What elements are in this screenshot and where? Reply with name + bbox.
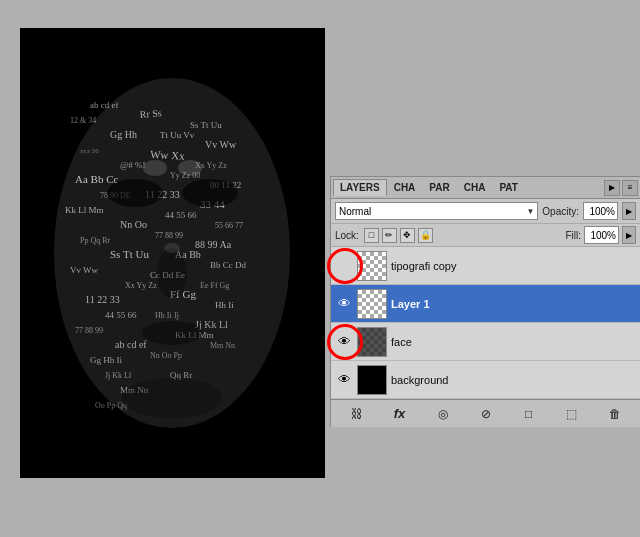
- fill-label: Fill:: [565, 230, 581, 241]
- blend-mode-arrow: ▼: [526, 207, 534, 216]
- eye-icon-face[interactable]: 👁: [335, 333, 353, 351]
- svg-text:88 99 Aa: 88 99 Aa: [195, 239, 232, 250]
- svg-text:@# %!: @# %!: [120, 160, 146, 170]
- tab-scroll-right[interactable]: ▶: [604, 180, 620, 196]
- svg-text:Vv Ww: Vv Ww: [70, 265, 99, 275]
- svg-text:Hh Ii: Hh Ii: [215, 300, 234, 310]
- svg-text:44 55 66: 44 55 66: [165, 210, 197, 220]
- new-layer-button[interactable]: ⬚: [561, 404, 583, 424]
- eye-icon-tipografi-copy[interactable]: [335, 257, 353, 275]
- opacity-value[interactable]: 100%: [583, 202, 618, 220]
- svg-text:Tt Uu Vv: Tt Uu Vv: [160, 130, 195, 140]
- tab-bar: LAYERS CHA PAR CHA PAT ▶ ≡: [331, 177, 640, 199]
- layer-name-tipografi-copy: tipografi copy: [391, 260, 636, 272]
- lock-transparent-icon[interactable]: □: [364, 228, 379, 243]
- svg-text:Ww Xx: Ww Xx: [150, 148, 186, 162]
- svg-point-55: [178, 160, 202, 176]
- svg-text:Jj Kk Ll: Jj Kk Ll: [105, 371, 132, 380]
- fill-arrow[interactable]: ▶: [622, 226, 636, 244]
- svg-text:Ss Tt Uu: Ss Tt Uu: [190, 120, 222, 130]
- svg-text:xyz 56: xyz 56: [80, 147, 99, 155]
- opacity-arrow[interactable]: ▶: [622, 202, 636, 220]
- blend-mode-value: Normal: [339, 206, 371, 217]
- layer-thumb-tipografi-copy: [357, 251, 387, 281]
- fill-value[interactable]: 100%: [584, 226, 619, 244]
- bottom-toolbar: ⛓ fx ◎ ⊘ □ ⬚ 🗑: [331, 399, 640, 427]
- svg-text:Ee Ff Gg: Ee Ff Gg: [200, 281, 229, 290]
- svg-text:Jj Kk Ll: Jj Kk Ll: [195, 319, 228, 330]
- svg-text:11 22 33: 11 22 33: [85, 294, 120, 305]
- opacity-label: Opacity:: [542, 206, 579, 217]
- svg-text:Nn Oo Pp: Nn Oo Pp: [150, 351, 182, 360]
- lock-label: Lock:: [335, 230, 359, 241]
- svg-point-49: [107, 179, 163, 207]
- layer-thumb-layer1: [357, 289, 387, 319]
- svg-point-54: [143, 160, 167, 176]
- svg-point-51: [157, 248, 187, 298]
- add-mask-button[interactable]: ◎: [432, 404, 454, 424]
- blend-mode-select[interactable]: Normal ▼: [335, 202, 538, 220]
- svg-text:Nn Oo: Nn Oo: [120, 219, 147, 230]
- svg-text:Ss Tt Uu: Ss Tt Uu: [110, 248, 149, 260]
- svg-point-50: [182, 179, 238, 207]
- svg-text:ab cd ef: ab cd ef: [115, 339, 147, 350]
- eye-icon-layer1[interactable]: 👁: [335, 295, 353, 313]
- lock-image-icon[interactable]: ✏: [382, 228, 397, 243]
- face-artwork: ab cd ef 12 & 34 Gg Hh xyz 56 @# %! Aa B…: [20, 28, 325, 478]
- layer-name-face: face: [391, 336, 636, 348]
- svg-text:55 66 77: 55 66 77: [215, 221, 243, 230]
- svg-text:Kk Ll Mm: Kk Ll Mm: [65, 205, 104, 215]
- svg-text:Pp Qq Rr: Pp Qq Rr: [80, 236, 111, 245]
- svg-text:ab cd ef: ab cd ef: [90, 100, 118, 110]
- layer-thumb-background: [357, 365, 387, 395]
- svg-text:77 88 99: 77 88 99: [75, 326, 103, 335]
- svg-text:Bb Cc Dd: Bb Cc Dd: [210, 260, 247, 270]
- svg-text:Vv Ww: Vv Ww: [205, 139, 237, 150]
- layer-name-layer1: Layer 1: [391, 298, 636, 310]
- svg-point-56: [164, 243, 180, 253]
- svg-text:Aa Bb Cc: Aa Bb Cc: [75, 173, 119, 185]
- layer-row-layer1[interactable]: 👁 Layer 1: [331, 285, 640, 323]
- layer-name-background: background: [391, 374, 636, 386]
- tab-par[interactable]: PAR: [422, 179, 456, 196]
- delete-layer-button[interactable]: 🗑: [604, 404, 626, 424]
- adjustment-button[interactable]: ⊘: [475, 404, 497, 424]
- tab-channels2[interactable]: CHA: [457, 179, 493, 196]
- layers-panel: LAYERS CHA PAR CHA PAT ▶ ≡ Normal ▼ Opac…: [330, 176, 640, 427]
- fx-button[interactable]: fx: [389, 404, 411, 424]
- tab-paths[interactable]: PAT: [492, 179, 525, 196]
- svg-point-52: [142, 321, 202, 345]
- layer-thumb-face: [357, 327, 387, 357]
- panel-menu[interactable]: ≡: [622, 180, 638, 196]
- tab-more: ▶ ≡: [604, 180, 638, 196]
- svg-text:Hh Ii Jj: Hh Ii Jj: [155, 311, 179, 320]
- svg-text:Rr Ss: Rr Ss: [139, 107, 162, 120]
- eye-icon-background[interactable]: 👁: [335, 371, 353, 389]
- svg-text:44 55 66: 44 55 66: [105, 310, 137, 320]
- svg-text:Mm Nn: Mm Nn: [210, 341, 235, 350]
- lock-row: Lock: □ ✏ ✥ 🔒 Fill: 100% ▶: [331, 224, 640, 247]
- blend-mode-row: Normal ▼ Opacity: 100% ▶: [331, 199, 640, 224]
- tab-channels[interactable]: CHA: [387, 179, 423, 196]
- lock-position-icon[interactable]: ✥: [400, 228, 415, 243]
- group-button[interactable]: □: [518, 404, 540, 424]
- canvas-area: ab cd ef 12 & 34 Gg Hh xyz 56 @# %! Aa B…: [0, 0, 640, 537]
- layer-row-face[interactable]: 👁 face: [331, 323, 640, 361]
- svg-text:Oo Pp Qq: Oo Pp Qq: [95, 401, 127, 410]
- layers-list: tipografi copy 👁 Layer 1 👁 face: [331, 247, 640, 399]
- svg-text:Xx Yy Zz: Xx Yy Zz: [125, 281, 157, 290]
- svg-text:12 & 34: 12 & 34: [70, 116, 96, 125]
- svg-text:77 88 99: 77 88 99: [155, 231, 183, 240]
- svg-text:Gg Hh: Gg Hh: [110, 129, 137, 140]
- lock-all-icon[interactable]: 🔒: [418, 228, 433, 243]
- canvas-image: ab cd ef 12 & 34 Gg Hh xyz 56 @# %! Aa B…: [20, 28, 325, 478]
- svg-text:Gg Hh Ii: Gg Hh Ii: [90, 355, 122, 365]
- tab-layers[interactable]: LAYERS: [333, 179, 387, 196]
- link-layers-button[interactable]: ⛓: [346, 404, 368, 424]
- layer-row-background[interactable]: 👁 background: [331, 361, 640, 399]
- layer-row-tipografi-copy[interactable]: tipografi copy: [331, 247, 640, 285]
- svg-point-53: [122, 378, 222, 418]
